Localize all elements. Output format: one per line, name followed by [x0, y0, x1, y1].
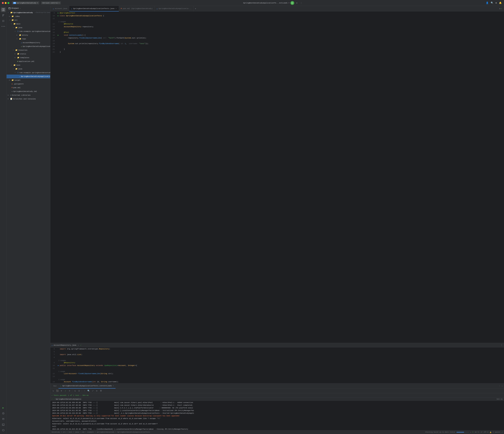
cancel-icon[interactable]: ⊘	[68, 389, 71, 393]
bottom-more-icon[interactable]: ⋮	[499, 385, 500, 387]
console-line-2: 2024-06-13T16:02:38.457-05:00 INFO 7755 …	[52, 404, 502, 407]
more-icon[interactable]: •••	[1, 24, 6, 29]
console-line-8: Hibernate: select a1_0.id,a1_0.password,…	[52, 423, 502, 425]
tree-main[interactable]: ▾ 📁 main	[7, 22, 50, 26]
tab-close-icon[interactable]: ✕	[115, 7, 117, 10]
test-package-icon: ⬡	[17, 71, 19, 74]
run-gutter-9[interactable]: ▶	[58, 12, 59, 14]
context-loads-label: SpringBootDataStudyApplicationTests.cont…	[62, 385, 112, 387]
tabs-overflow[interactable]: ▾	[194, 7, 197, 11]
tree-application-yml[interactable]: ⚙ application.yml	[7, 60, 50, 63]
build-icon[interactable]	[1, 428, 6, 433]
tree-package-test[interactable]: ▾ ⬡ com.example.springbootdatastudy	[7, 71, 50, 75]
close-button[interactable]	[2, 2, 4, 4]
bottom-editor-more[interactable]: ⋮	[501, 344, 503, 346]
tree-src[interactable]: ▾ 📁 src	[7, 18, 50, 22]
b-code-line-7: 7 import java.util.List;	[50, 354, 504, 356]
tree-scratches[interactable]: ▶ 📝 Scratches and Consoles	[7, 97, 50, 101]
bottom-editor-close[interactable]: ✕	[78, 344, 79, 346]
test-java-icon: ☕	[19, 75, 20, 78]
project-badge: SB	[13, 2, 16, 4]
tree-app-tests[interactable]: ☕ SpringBootDataStudyApplicationTests	[7, 75, 50, 78]
console-area[interactable]: 2024-06-13T16:02:38.456-05:00 INFO 7755 …	[50, 401, 504, 430]
tree-test[interactable]: ▾ 📁 test	[7, 63, 50, 67]
sidebar-toggle-icon[interactable]	[1, 7, 6, 12]
status-progress-bar	[457, 432, 464, 433]
code-line-10: 10 ▶ class SpringBootDataStudyApplicatio…	[50, 15, 504, 18]
tree-static[interactable]: ▶ 📁 static	[7, 52, 50, 56]
filter-icon[interactable]: ⊻	[77, 389, 81, 393]
debug-button[interactable]: ⚙	[295, 1, 299, 5]
run-button[interactable]: ▶	[290, 1, 294, 5]
tree-ext-libs[interactable]: ▶ ⊞ External Libraries	[7, 93, 50, 97]
top-editor-content[interactable]: 9 ▶ @SpringBootTest 10 ▶ class SpringBoo…	[50, 11, 504, 343]
code-line-18: 18	[50, 40, 504, 43]
run-result-tree: ✓ Tests passed: 1 of 1 test – 564 ms	[50, 393, 504, 398]
traffic-lights	[2, 2, 9, 4]
bottom-tab-close-icon[interactable]: ✕	[113, 385, 114, 387]
bottom-editor-content[interactable]: 5 import org.springframework.stereotype.…	[50, 347, 504, 383]
tree-target[interactable]: ▶ 📁 target	[7, 78, 50, 82]
tab-account[interactable]: ☕ Account.java	[51, 6, 69, 11]
tree-iml[interactable]: ◈ SpringBootDataStudy.iml	[7, 90, 50, 93]
tab-app-tests[interactable]: ☕ SpringBootDataStudyApplicationTests.ja…	[69, 6, 119, 11]
tab-pom[interactable]: M pom.xml (SpringBootDataStudy)	[119, 6, 155, 11]
project-selector[interactable]: SB SpringBootDataStudy ▾	[12, 1, 39, 4]
database-icon[interactable]	[1, 416, 6, 422]
bottom-minimize-icon[interactable]: —	[502, 385, 503, 387]
search-icon[interactable]: 🔍	[490, 1, 494, 5]
breadcrumb: DataStudy > src > test > java > com > ex…	[52, 431, 150, 433]
tree-package-main[interactable]: ▾ ⬡ com.example.springbootdatastudy	[7, 29, 50, 33]
tree-application[interactable]: ☕ SpringBootDataStudyApplication	[7, 45, 50, 48]
git-icon[interactable]	[1, 13, 6, 18]
console-line-3: 2024-06-13T16:02:38.956-05:00 INFO 7755 …	[52, 407, 502, 409]
tree-idea[interactable]: ▶ 📁 .idea	[7, 15, 50, 18]
export-icon[interactable]: ↑	[83, 389, 86, 393]
run-gutter-16[interactable]: ▶	[58, 34, 59, 36]
checkmark-icon: ✓	[501, 8, 502, 10]
b-code-line-12: 12 List<Account> findAllByUsernameLike(S…	[50, 373, 504, 376]
structure-icon[interactable]	[1, 18, 6, 23]
status-x-icon[interactable]: ✕	[470, 431, 471, 433]
run-activity-icon[interactable]: ▶	[1, 405, 6, 410]
tree-root[interactable]: ▾ 📁 SpringBootDataStudy ~/Desktop/CS/Jav…	[7, 11, 50, 15]
tab-app[interactable]: ☕ SpringBootDataStudyApplicatio...	[155, 6, 194, 11]
account-icon[interactable]: 👤	[486, 1, 489, 5]
run-gutter-10[interactable]: ▶	[58, 15, 59, 17]
tree-java-test[interactable]: ▾ 📁 java	[7, 67, 50, 71]
code-line-14: 14	[50, 29, 504, 31]
version-control-selector[interactable]: Version control ▾	[41, 1, 61, 4]
test-coverage-icon[interactable]: ⊕	[60, 389, 63, 393]
indent-label: 4 spaces	[493, 431, 500, 433]
tree-java-main[interactable]: ▾ 📁 java	[7, 26, 50, 29]
sort-icon[interactable]: ⇅	[73, 389, 77, 393]
notification-icon[interactable]: 🔔	[499, 1, 502, 5]
minimize-button[interactable]	[5, 2, 7, 4]
checkmark-toolbar-icon[interactable]: ✓	[64, 389, 67, 393]
search-toolbar-icon[interactable]: 🔍	[87, 389, 90, 393]
tree-pom[interactable]: M pom.xml	[7, 86, 50, 90]
tree-resources[interactable]: ▾ 📁 resources	[7, 48, 50, 52]
trash-icon[interactable]: 🗑	[99, 389, 103, 393]
tree-templates[interactable]: ▶ 📁 templates	[7, 56, 50, 60]
tree-gitignore[interactable]: ◎ .gitignore	[7, 82, 50, 86]
terminal-icon[interactable]	[1, 422, 6, 427]
settings-icon[interactable]: ⚙	[495, 1, 497, 5]
bottom-tab-run[interactable]: Run	[52, 383, 58, 389]
expand-icon[interactable]: ⤢	[91, 389, 94, 393]
sidebar: Project ▾ ▾ 📁 SpringBootDataStudy ~/Desk…	[7, 6, 50, 434]
fullscreen-button[interactable]	[8, 2, 9, 4]
debug-activity-icon[interactable]	[1, 411, 6, 416]
more-run-options[interactable]: ⋮	[299, 1, 303, 5]
java-tab-icon-2: ☕	[71, 8, 72, 10]
rerun-icon[interactable]: ↻	[52, 389, 55, 393]
usage-hint-1: 2 usages	[50, 20, 504, 23]
tree-entity[interactable]: ▶ 📁 entity	[7, 33, 50, 37]
tree-repo[interactable]: ▾ 📁 repo	[7, 37, 50, 41]
expand-status-icon[interactable]: ⤢	[502, 431, 503, 433]
tree-account-repo[interactable]: ☕ AccountRepository	[7, 41, 50, 45]
stop-icon[interactable]: ⬛	[56, 389, 59, 393]
bottom-tab-context-loads[interactable]: ☕ SpringBootDataStudyApplicationTests.co…	[58, 383, 116, 389]
svg-rect-10	[3, 21, 4, 22]
settings-toolbar-icon[interactable]: ⚙	[95, 389, 99, 393]
